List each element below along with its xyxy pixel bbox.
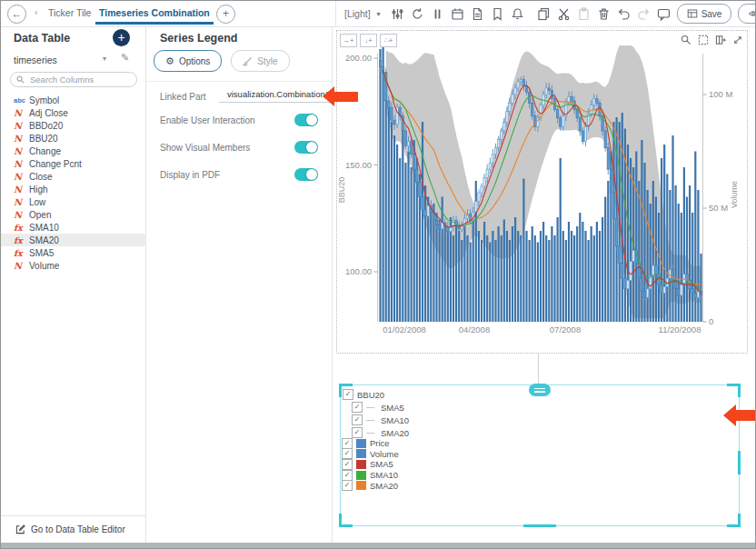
bookmark-icon[interactable] xyxy=(491,7,504,21)
prev-tab-chevron-icon[interactable]: ‹ xyxy=(35,6,38,17)
series-legend-widget[interactable]: ✓BBU20 ✓—SMA5✓—SMA10✓—SMA20 ✓Price✓Volum… xyxy=(340,384,740,526)
search-columns-input[interactable] xyxy=(28,74,123,85)
legend-line-item-sma5[interactable]: ✓—SMA5 xyxy=(352,401,409,414)
legend-item-label: SMA10 xyxy=(381,415,409,425)
drag-handle-icon[interactable] xyxy=(529,384,551,396)
add-data-table-button[interactable]: + xyxy=(113,29,130,46)
column-item-sma10[interactable]: fxSMA10 xyxy=(1,221,146,234)
checkbox[interactable]: ✓ xyxy=(343,389,353,400)
column-item-open[interactable]: NOpen xyxy=(1,208,146,221)
legend-header-row[interactable]: ✓BBU20 xyxy=(343,388,384,401)
svg-text:100 M: 100 M xyxy=(709,89,732,99)
zoom-icon[interactable] xyxy=(681,35,691,45)
sliders-icon[interactable] xyxy=(391,7,404,21)
legend-line-item-sma20[interactable]: ✓—SMA20 xyxy=(352,426,409,439)
copy-icon[interactable] xyxy=(537,7,551,21)
resize-handle-bottom[interactable] xyxy=(523,524,556,527)
add-scatter-icon[interactable]: ∴+ xyxy=(380,34,397,47)
toggle-show-visual-members[interactable] xyxy=(294,141,318,154)
column-item-change[interactable]: NChange xyxy=(1,145,146,157)
column-item-close[interactable]: NClose xyxy=(1,170,146,183)
table-selector[interactable]: timeseries xyxy=(14,55,57,65)
options-tab[interactable]: ⚙ Options xyxy=(154,50,222,72)
data-table-panel: Data Table + timeseries ▾ ✎ abcSymbolNAd… xyxy=(1,26,146,543)
numeric-column-icon: N xyxy=(14,159,29,169)
column-item-bbdo20[interactable]: NBBDo20 xyxy=(1,119,146,132)
add-panel-down-icon[interactable]: ↓+ xyxy=(360,34,377,47)
maximize-icon[interactable] xyxy=(732,35,743,45)
legend-swatch-item-sma20[interactable]: ✓SMA20 xyxy=(342,480,399,491)
setting-row: Display in PDF xyxy=(160,168,318,181)
column-item-low[interactable]: NLow xyxy=(1,195,146,208)
tab-ticker-tile[interactable]: Ticker Tile xyxy=(48,7,91,18)
theme-selector[interactable]: [Light] xyxy=(344,8,371,19)
column-item-change-pcnt[interactable]: NChange Pcnt xyxy=(1,157,146,170)
eye-icon xyxy=(748,8,756,19)
linked-part-input[interactable]: visualization.Combination1 xyxy=(219,89,330,103)
combination-chart-panel[interactable]: 200.00150.00100.00100 M50 M001/02/200804… xyxy=(336,30,748,354)
table-caret-icon[interactable]: ▾ xyxy=(103,55,106,63)
next-tab-chevron-icon[interactable]: › xyxy=(196,6,200,17)
view-button[interactable]: View xyxy=(738,4,756,24)
legend-swatch-series-group: ✓Price✓Volume✓SMA5✓SMA10✓SMA20 xyxy=(342,438,399,491)
pause-icon[interactable] xyxy=(431,7,444,21)
setting-label: Enable User Interaction xyxy=(160,115,267,126)
bell-icon[interactable] xyxy=(511,7,524,21)
save-button[interactable]: Save xyxy=(677,4,732,24)
add-panel-right-icon[interactable]: →+ xyxy=(340,34,357,47)
data-table-title: Data Table xyxy=(14,32,70,45)
toggle-display-in-pdf[interactable] xyxy=(294,168,318,181)
numeric-column-icon: N xyxy=(14,172,29,182)
column-item-sma20[interactable]: fxSMA20 xyxy=(1,234,146,246)
checkbox[interactable]: ✓ xyxy=(342,448,353,459)
checkbox[interactable]: ✓ xyxy=(342,480,353,491)
theme-caret-icon[interactable]: ▾ xyxy=(377,10,381,18)
toggle-enable-user-interaction[interactable] xyxy=(294,114,318,126)
text-column-icon: abc xyxy=(14,96,29,105)
legend-swatch-item-price[interactable]: ✓Price xyxy=(342,438,399,449)
linked-part-label: Linked Part xyxy=(160,92,206,102)
refresh-icon[interactable] xyxy=(411,7,424,21)
cut-icon[interactable] xyxy=(557,7,571,21)
checkbox[interactable]: ✓ xyxy=(352,402,363,413)
checkbox[interactable]: ✓ xyxy=(352,414,363,425)
svg-text:Volume: Volume xyxy=(730,181,739,208)
search-icon xyxy=(16,75,25,84)
legend-swatch-item-sma10[interactable]: ✓SMA10 xyxy=(342,470,399,481)
svg-text:100.00: 100.00 xyxy=(345,266,372,276)
comment-icon[interactable] xyxy=(657,7,671,21)
numeric-column-icon: N xyxy=(14,121,29,131)
tab-timeseries-combination[interactable]: Timeseries Combination xyxy=(99,7,210,18)
undo-icon[interactable] xyxy=(617,7,631,21)
calendar-icon[interactable] xyxy=(451,7,464,21)
export-image-icon[interactable] xyxy=(715,35,726,45)
back-icon[interactable]: ← xyxy=(7,5,26,24)
legend-line-item-sma10[interactable]: ✓—SMA10 xyxy=(352,414,409,426)
legend-item-label: Price xyxy=(370,438,390,448)
checkbox[interactable]: ✓ xyxy=(342,438,353,449)
delete-icon[interactable] xyxy=(597,7,611,21)
legend-connector-line xyxy=(538,354,539,384)
column-item-sma5[interactable]: fxSMA5 xyxy=(1,246,146,259)
column-item-adj-close[interactable]: NAdj Close xyxy=(1,106,146,119)
style-tab[interactable]: Style xyxy=(231,50,289,72)
combination-chart[interactable]: 200.00150.00100.00100 M50 M001/02/200804… xyxy=(337,31,749,354)
formula-column-icon: fx xyxy=(14,248,29,258)
column-label: Symbol xyxy=(29,95,59,105)
column-item-volume[interactable]: NVolume xyxy=(1,259,146,272)
column-item-symbol[interactable]: abcSymbol xyxy=(1,94,146,106)
checkbox[interactable]: ✓ xyxy=(342,470,353,481)
edit-table-icon[interactable]: ✎ xyxy=(121,52,129,64)
resize-handle-right[interactable] xyxy=(738,451,741,474)
legend-swatch-item-sma5[interactable]: ✓SMA5 xyxy=(342,459,399,470)
legend-swatch-item-volume[interactable]: ✓Volume xyxy=(342,449,399,460)
add-sheet-button[interactable]: + xyxy=(216,5,235,24)
checkbox[interactable]: ✓ xyxy=(352,427,363,438)
column-item-bbu20[interactable]: NBBU20 xyxy=(1,132,146,145)
column-label: SMA20 xyxy=(29,235,59,245)
column-item-high[interactable]: NHigh xyxy=(1,183,146,195)
rubber-band-icon[interactable] xyxy=(698,35,709,45)
go-to-data-table-editor[interactable]: Go to Data Table Editor xyxy=(1,515,146,543)
checkbox[interactable]: ✓ xyxy=(342,459,353,470)
pdf-export-icon[interactable] xyxy=(471,7,484,21)
